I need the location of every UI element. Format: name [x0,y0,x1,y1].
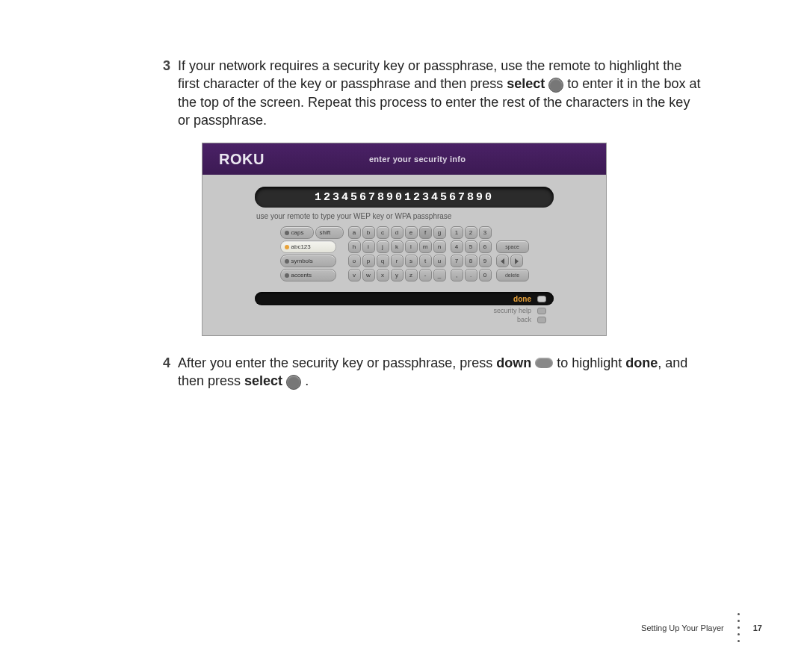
key-c[interactable]: c [377,226,389,239]
key-4[interactable]: 4 [451,240,463,253]
arrow-left-key[interactable] [496,255,509,267]
side-column: space delete [496,226,529,281]
key-i[interactable]: i [362,240,375,253]
bold-done: done [625,355,658,370]
key-b[interactable]: b [362,226,375,239]
indicator-off-icon [285,231,289,235]
select-button-icon [286,375,301,390]
abc123-key[interactable]: abc123 [280,240,336,253]
key-r[interactable]: r [391,255,404,267]
password-value: 12345678901234567890 [315,191,494,204]
screenshot-figure: ROKU enter your security info 1234567890… [202,143,605,336]
security-help-item[interactable]: security help [255,305,554,314]
help-label: security help [493,307,531,314]
roku-screen: ROKU enter your security info 1234567890… [202,143,607,336]
mode-column: caps shift abc123 symbols accents [280,226,344,281]
bold-select: select [507,76,545,91]
key-l[interactable]: l [405,240,418,253]
letter-grid: a b c d e f g h i j k [348,226,446,281]
roku-logo: ROKU [219,151,265,168]
symbols-key[interactable]: symbols [280,255,336,267]
key-5[interactable]: 5 [465,240,477,253]
key-h[interactable]: h [348,240,361,253]
bold-down: down [496,355,531,370]
page-footer: Setting Up Your Player 17 [641,613,762,642]
bold-select: select [244,373,282,388]
key-q[interactable]: q [377,255,389,267]
indicator-on-icon [285,245,289,249]
step-4: 4 After you enter the security key or pa… [149,354,702,391]
text: to highlight [553,355,625,370]
key-f[interactable]: f [419,226,432,239]
space-key[interactable]: space [496,240,529,253]
key-p[interactable]: p [362,255,375,267]
key-t[interactable]: t [419,255,432,267]
step-number: 3 [149,57,178,75]
key-9[interactable]: 9 [479,255,492,267]
key-m[interactable]: m [419,240,432,253]
key-0[interactable]: 0 [479,269,492,281]
delete-key[interactable]: delete [496,269,529,281]
caps-key[interactable]: caps [280,226,314,239]
key-k[interactable]: k [391,240,404,253]
key-dash[interactable]: - [419,269,432,281]
bottom-menu: done security help back [255,292,554,323]
key-e[interactable]: e [405,226,418,239]
key-2[interactable]: 2 [465,226,477,239]
password-input[interactable]: 12345678901234567890 [255,187,554,208]
input-hint: use your remote to type your WEP key or … [256,212,588,220]
back-item[interactable]: back [255,314,554,323]
indicator-icon [537,308,546,314]
key-x[interactable]: x [377,269,389,281]
select-button-icon [548,78,563,93]
done-label: done [513,295,531,303]
indicator-off-icon [285,259,289,264]
key-o[interactable]: o [348,255,361,267]
key-8[interactable]: 8 [465,255,477,267]
key-6[interactable]: 6 [479,240,492,253]
key-s[interactable]: s [405,255,418,267]
key-period[interactable]: . [465,269,477,281]
key-d[interactable]: d [391,226,404,239]
arrow-right-icon [515,258,519,264]
back-label: back [517,316,531,323]
key-n[interactable]: n [433,240,446,253]
text: After you enter the security key or pass… [178,355,496,370]
key-z[interactable]: z [405,269,418,281]
key-a[interactable]: a [348,226,361,239]
arrow-left-icon [501,258,504,264]
key-7[interactable]: 7 [451,255,463,267]
key-comma[interactable]: , [451,269,463,281]
down-button-icon [535,358,553,368]
key-3[interactable]: 3 [479,226,492,239]
done-item[interactable]: done [255,292,554,305]
step-body: After you enter the security key or pass… [178,354,702,391]
shift-key[interactable]: shift [315,226,344,239]
text: . [301,373,309,388]
key-w[interactable]: w [362,269,375,281]
key-1[interactable]: 1 [451,226,463,239]
arrow-right-key[interactable] [510,255,523,267]
accents-key[interactable]: accents [280,269,336,281]
dots-icon [738,613,740,642]
section-title: Setting Up Your Player [641,623,724,632]
key-underscore[interactable]: _ [433,269,446,281]
screen-title: enter your security info [369,155,466,164]
key-v[interactable]: v [348,269,361,281]
manual-page: 3 If your network requires a security ke… [0,0,807,672]
step-number: 4 [149,354,178,372]
step-3: 3 If your network requires a security ke… [149,57,702,129]
indicator-icon [537,317,546,323]
selection-indicator-icon [537,296,546,302]
key-g[interactable]: g [433,226,446,239]
onscreen-keyboard: caps shift abc123 symbols accents a b c [220,226,588,281]
number-pad: 1 2 3 4 5 6 7 8 9 [451,226,492,281]
indicator-off-icon [285,273,289,278]
key-u[interactable]: u [433,255,446,267]
key-j[interactable]: j [377,240,389,253]
screen-body: 12345678901234567890 use your remote to … [202,175,606,335]
page-number: 17 [753,623,762,632]
step-body: If your network requires a security key … [178,57,702,129]
key-y[interactable]: y [391,269,404,281]
title-bar: ROKU enter your security info [202,143,606,175]
